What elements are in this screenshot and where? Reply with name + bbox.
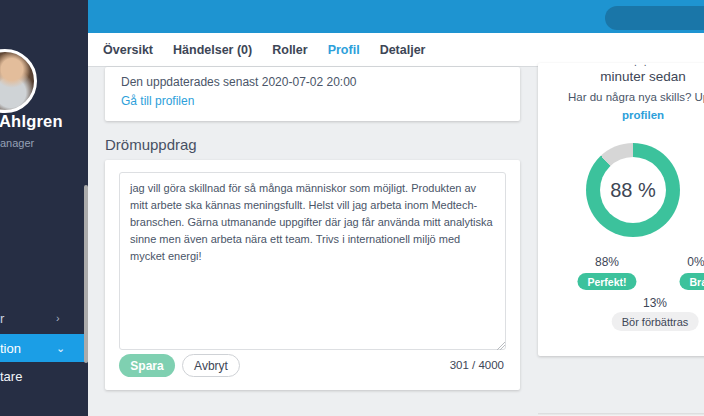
user-name: Ahlgren — [0, 112, 63, 131]
stat-value-bra: 0% — [687, 255, 704, 269]
resize-handle-icon[interactable] — [497, 342, 505, 350]
save-button[interactable]: Spara — [119, 354, 175, 377]
dream-assignment-card: jag vill göra skillnad för så många männ… — [105, 160, 520, 390]
tab-detaljer[interactable]: Detaljer — [380, 43, 426, 57]
tab-profil[interactable]: Profil — [328, 43, 360, 57]
sidebar-scrollbar[interactable] — [84, 185, 88, 363]
search-bar[interactable] — [605, 6, 704, 30]
character-counter: 301 / 4000 — [450, 359, 504, 371]
sidebar-item-label: r — [0, 311, 4, 326]
top-navigation-bar — [88, 0, 704, 33]
stat-value-perfekt: 88% — [595, 255, 619, 269]
section-title-dromuppdrag: Drömuppdrag — [105, 136, 197, 153]
app-window: Ahlgren anager r › tion ⌄ tare Översikt … — [0, 0, 704, 416]
sidebar-item-collapsed[interactable]: r › — [0, 304, 88, 332]
chevron-down-icon: ⌄ — [56, 342, 65, 355]
last-updated-text: Den uppdaterades senast 2020-07-02 20:00 — [121, 74, 504, 91]
new-skills-prompt: Har du några nya skills? Uppdatera — [568, 91, 704, 103]
stat-value-forbattras: 13% — [643, 296, 667, 310]
badge-bra[interactable]: Bra! — [679, 273, 704, 290]
clipped-text-remnant: .. — [634, 57, 654, 68]
badge-perfekt[interactable]: Perfekt! — [577, 273, 636, 290]
sidebar-item-label: tion — [0, 341, 21, 356]
skills-donut: 88 % — [586, 143, 680, 237]
badge-bor-forbattras[interactable]: Bör förbättras — [612, 312, 699, 331]
tab-bar: Översikt Händelser (0) Roller Profil Det… — [88, 33, 704, 67]
user-avatar[interactable] — [0, 49, 37, 113]
tab-oversikt[interactable]: Översikt — [103, 43, 153, 57]
profile-updated-card: Den uppdaterades senast 2020-07-02 20:00… — [105, 67, 520, 121]
sidebar-item-label: tare — [0, 369, 22, 384]
sidebar-item-sub[interactable]: tare — [0, 362, 88, 390]
cancel-button[interactable]: Avbryt — [182, 354, 240, 377]
user-role: anager — [0, 137, 34, 149]
tab-handelser[interactable]: Händelser (0) — [173, 43, 252, 57]
donut-center-label: 88 % — [600, 157, 666, 223]
tab-roller[interactable]: Roller — [272, 43, 307, 57]
chevron-right-icon: › — [56, 312, 60, 324]
sidebar: Ahlgren anager r › tion ⌄ tare — [0, 0, 88, 416]
minutes-ago-text: minuter sedan — [538, 69, 704, 84]
sidebar-item-active[interactable]: tion ⌄ — [0, 334, 88, 362]
go-to-profile-link[interactable]: Gå till profilen — [121, 93, 194, 110]
skills-completeness-card: .. minuter sedan Har du några nya skills… — [538, 63, 704, 356]
dream-assignment-textarea[interactable]: jag vill göra skillnad för så många männ… — [119, 172, 506, 350]
profile-link[interactable]: profilen — [538, 109, 704, 121]
